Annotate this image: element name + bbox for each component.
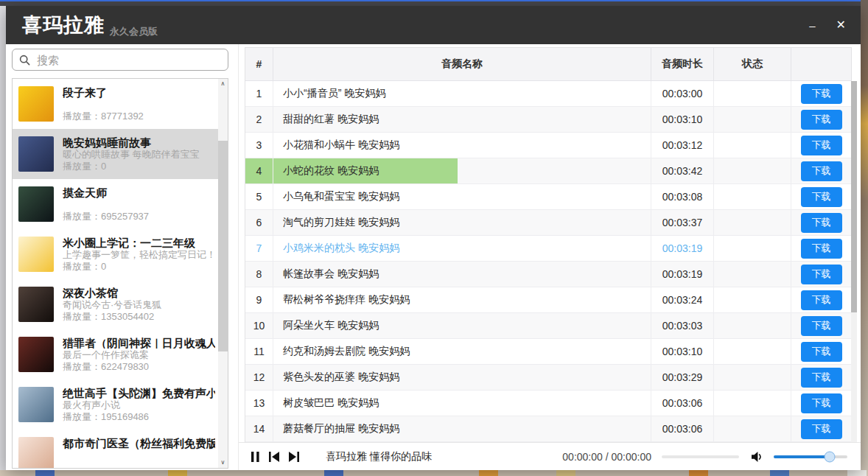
download-button[interactable]: 下载 — [801, 368, 842, 388]
actions-cell: 下载 — [791, 262, 851, 287]
table-row[interactable]: 3 小花猫和小蜗牛 晚安妈妈 00:03:12 下载 — [245, 133, 851, 158]
row-index: 6 — [245, 210, 273, 236]
audio-status — [714, 287, 791, 313]
album-thumbnail — [18, 387, 54, 422]
table-row[interactable]: 1 小小“播音员” 晚安妈妈 00:03:00 下载 — [245, 81, 851, 107]
audio-name: 小花猫和小蜗牛 晚安妈妈 — [273, 133, 651, 158]
album-meta: 猎罪者（阴间神探｜日月收魂人... 最后一个仵作探诡案 播放量：62247983… — [63, 337, 215, 374]
search-input[interactable] — [35, 53, 221, 67]
volume-fill — [774, 455, 830, 458]
download-button[interactable]: 下载 — [801, 136, 842, 155]
album-list-item[interactable]: 段子来了 播放量：87771392 — [13, 79, 218, 129]
album-play-count: 播放量：622479830 — [63, 360, 215, 374]
minimize-button[interactable]: – — [809, 20, 815, 31]
album-list-item[interactable]: 都市奇门医圣（粉丝福利免费版） — [13, 430, 218, 468]
download-button[interactable]: 下载 — [801, 419, 842, 439]
album-title: 深夜小茶馆 — [63, 287, 215, 298]
scroll-down-button[interactable]: ∨ — [218, 458, 228, 468]
sidebar-scrollbar[interactable]: ∧ ∨ — [218, 79, 228, 468]
audio-duration: 00:03:24 — [651, 287, 714, 313]
audio-name: 阿朵坐火车 晚安妈妈 — [273, 313, 651, 339]
volume-slider[interactable] — [774, 455, 847, 458]
table-header: # 音频名称 音频时长 状态 — [245, 48, 851, 81]
volume-knob[interactable] — [825, 451, 836, 462]
download-button[interactable]: 下载 — [801, 239, 842, 259]
row-index: 10 — [245, 313, 273, 339]
album-list-item[interactable]: 猎罪者（阴间神探｜日月收魂人... 最后一个仵作探诡案 播放量：62247983… — [13, 329, 218, 379]
album-thumbnail — [18, 287, 54, 322]
album-list-item[interactable]: 米小圈上学记：一二三年级 上学趣事一箩筐，轻松搞定写日记！ 播放量：0 — [13, 229, 218, 279]
download-button[interactable]: 下载 — [801, 84, 842, 104]
album-list-item[interactable]: 绝世高手【头陀渊】免费有声小说 最火有声小说 播放量：195169486 — [13, 379, 218, 430]
pause-button[interactable] — [249, 451, 261, 463]
app-title: 喜玛拉雅 — [22, 15, 105, 35]
desktop-top-strip — [0, 0, 868, 6]
download-button[interactable]: 下载 — [801, 161, 842, 181]
audio-status — [714, 158, 791, 184]
taskbar-icon — [35, 470, 55, 476]
table-row[interactable]: 6 淘气的剪刀娃娃 晚安妈妈 00:03:37 下载 — [245, 210, 851, 236]
table-row[interactable]: 12 紫色头发的巫婆 晚安妈妈 00:03:29 下载 — [245, 365, 851, 391]
titlebar: 喜玛拉雅 永久会员版 – ✕ — [6, 6, 861, 44]
now-playing-text: 喜玛拉雅 懂得你的品味 — [326, 450, 432, 463]
volume-icon[interactable] — [751, 451, 763, 463]
album-meta: 都市奇门医圣（粉丝福利免费版） — [63, 437, 215, 468]
taskbar-icon — [689, 470, 708, 476]
previous-track-button[interactable] — [268, 451, 280, 463]
actions-cell: 下载 — [791, 339, 851, 365]
sidebar-scrollbar-thumb[interactable] — [218, 141, 228, 351]
audio-duration: 00:03:12 — [651, 133, 714, 158]
close-button[interactable]: ✕ — [836, 19, 846, 31]
album-play-count: 播放量：195169486 — [63, 410, 215, 424]
table-row[interactable]: 5 小乌龟和蛋宝宝 晚安妈妈 00:03:08 下载 — [245, 184, 851, 210]
album-title: 猎罪者（阴间神探｜日月收魂人... — [63, 337, 215, 349]
download-button[interactable]: 下载 — [801, 342, 842, 362]
row-index: 5 — [245, 184, 273, 210]
column-header-index: # — [245, 48, 273, 81]
download-button[interactable]: 下载 — [801, 187, 842, 207]
table-row[interactable]: 9 帮松树爷爷挠痒痒 晚安妈妈 00:03:24 下载 — [245, 287, 851, 313]
table-scrollbar-thumb[interactable] — [851, 81, 857, 312]
album-title: 段子来了 — [63, 86, 215, 100]
audio-status — [714, 133, 791, 158]
album-items-container: 段子来了 播放量：87771392 晚安妈妈睡前故事 暖心的哄睡故事 每晚陪伴着… — [13, 79, 218, 468]
audio-duration: 00:03:06 — [651, 391, 714, 416]
table-row[interactable]: 11 约克和汤姆去剧院 晚安妈妈 00:03:10 下载 — [245, 339, 851, 365]
next-track-button[interactable] — [287, 451, 299, 463]
download-button[interactable]: 下载 — [801, 110, 842, 130]
download-button[interactable]: 下载 — [801, 393, 842, 413]
audio-name: 帮松树爷爷挠痒痒 晚安妈妈 — [273, 287, 651, 313]
table-row[interactable]: 8 帐篷故事会 晚安妈妈 00:03:19 下载 — [245, 262, 851, 287]
download-button[interactable]: 下载 — [801, 290, 842, 310]
audio-name: 帐篷故事会 晚安妈妈 — [273, 262, 651, 287]
table-row[interactable]: 4 小蛇的花纹 晚安妈妈 00:03:42 下载 — [245, 158, 851, 184]
table-scrollbar[interactable] — [851, 81, 857, 442]
audio-name: 紫色头发的巫婆 晚安妈妈 — [273, 365, 651, 391]
download-button[interactable]: 下载 — [801, 213, 842, 233]
table-row[interactable]: 14 蘑菇餐厅的抽屉 晚安妈妈 00:03:06 下载 — [245, 416, 851, 442]
audio-status — [714, 313, 791, 339]
row-index: 8 — [245, 262, 273, 287]
search-box[interactable] — [12, 49, 228, 71]
album-list-item[interactable]: 深夜小茶馆 奇闻说今古·兮香话鬼狐 播放量：1353054402 — [13, 279, 218, 329]
download-button[interactable]: 下载 — [801, 265, 842, 284]
download-button[interactable]: 下载 — [801, 316, 842, 336]
scroll-up-button[interactable]: ∧ — [218, 79, 228, 89]
actions-cell: 下载 — [791, 287, 851, 313]
table-row[interactable]: 7 小鸡米米的枕头 晚安妈妈 00:03:19 下载 — [245, 236, 851, 262]
audio-duration: 00:03:37 — [651, 210, 714, 236]
column-header-duration: 音频时长 — [651, 48, 714, 81]
album-list-item[interactable]: 晚安妈妈睡前故事 暖心的哄睡故事 每晚陪伴着宝宝 播放量：0 — [13, 129, 218, 179]
table-row[interactable]: 2 甜甜的红薯 晚安妈妈 00:03:10 下载 — [245, 107, 851, 133]
audio-duration: 00:03:06 — [651, 416, 714, 442]
album-list-item[interactable]: 摸金天师 播放量：695257937 — [13, 179, 218, 229]
seek-bar[interactable] — [662, 455, 739, 458]
audio-duration: 00:03:10 — [651, 107, 714, 133]
album-play-count: 播放量：87771392 — [63, 110, 215, 123]
audio-name: 小蛇的花纹 晚安妈妈 — [273, 158, 651, 184]
table-row[interactable]: 13 树皮皱巴巴 晚安妈妈 00:03:06 下载 — [245, 391, 851, 416]
audio-status — [714, 81, 791, 107]
table-row[interactable]: 10 阿朵坐火车 晚安妈妈 00:03:03 下载 — [245, 313, 851, 339]
main-panel: # 音频名称 音频时长 状态 1 小小“播音员” 晚安妈妈 00:03:00 下… — [238, 44, 861, 470]
actions-cell: 下载 — [791, 313, 851, 339]
